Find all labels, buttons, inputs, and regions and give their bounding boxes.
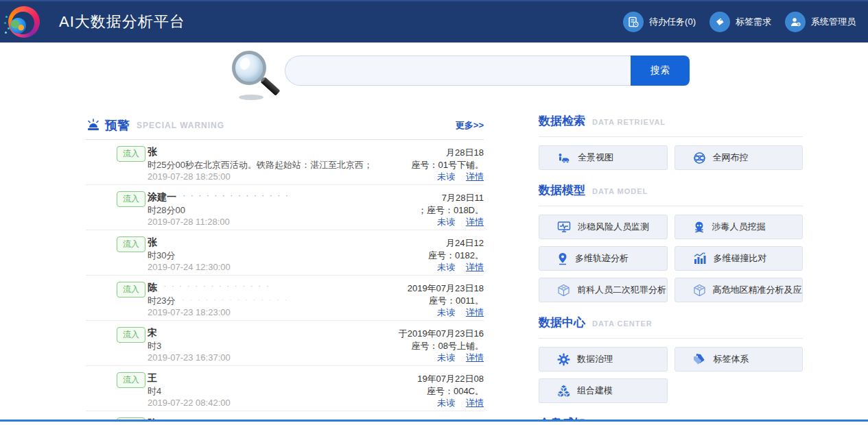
redacted-text (182, 296, 288, 303)
section-subtitle: DATA RETRIEVAL (592, 118, 666, 126)
section-title: 数据模型 (539, 182, 585, 198)
function-button[interactable]: 涉毒人员挖掘 (675, 215, 804, 239)
admin-icon (785, 12, 806, 32)
function-button[interactable]: 标签体系 (675, 347, 804, 372)
function-button-label: 涉稳风险人员监测 (578, 221, 649, 233)
redacted-text (164, 283, 270, 290)
todo-icon (623, 12, 644, 32)
nav-label: 标签需求 (736, 16, 771, 28)
function-button[interactable]: 全景视图 (539, 145, 668, 170)
function-section: 数据模型DATA MODEL涉稳风险人员监测涉毒人员挖掘多维轨迹分析多维碰撞比对… (539, 182, 803, 302)
bar-chart-icon (693, 252, 707, 265)
unread-label[interactable]: 未读 (437, 217, 455, 227)
warning-item[interactable]: 流入陈2019年07月23日18时23分座号：0011。2019-07-23 1… (86, 276, 484, 321)
function-button[interactable]: 数据治理 (539, 347, 668, 372)
gear-icon (557, 353, 570, 366)
warning-item[interactable]: 流入张月28日18时25分00秒在北京西活动。铁路起始站：湛江至北京西；座号：0… (86, 140, 484, 185)
person-name: 王 (148, 372, 157, 385)
warning-title: 预警 (105, 117, 130, 134)
unread-label[interactable]: 未读 (437, 352, 455, 363)
nav-item-tag[interactable]: 标签需求 (709, 12, 771, 32)
item-seat-info: 座号：01号下铺。 (412, 159, 484, 171)
monitor-pulse-icon (557, 221, 571, 233)
person-name: 陈 (148, 282, 270, 294)
detail-link[interactable]: 详情 (466, 352, 484, 363)
section-header: 数据检索DATA RETRIEVAL (539, 113, 803, 134)
bottom-margin (0, 422, 868, 425)
inflow-badge: 流入 (117, 372, 145, 388)
detail-link[interactable]: 详情 (466, 262, 484, 272)
detail-link[interactable]: 详情 (466, 307, 484, 317)
inflow-badge: 流入 (117, 236, 145, 252)
function-button[interactable]: 多维碰撞比对 (675, 246, 804, 271)
item-seat-info: 座号：004C。 (427, 385, 484, 398)
unread-label[interactable]: 未读 (437, 307, 455, 317)
warning-item[interactable]: 流入宋于2019年07月23日16时3座号：08号上铺。2019-07-23 1… (86, 321, 484, 366)
nav-label: 待办任务(0) (649, 16, 696, 28)
person-name: 宋 (148, 327, 157, 339)
search-box: 搜索 (285, 56, 690, 86)
unread-label[interactable]: 未读 (437, 262, 455, 272)
detail-link[interactable]: 详情 (466, 217, 484, 227)
item-timestamp: 2019-07-24 12:30:00 (148, 262, 231, 272)
function-button-label: 数据治理 (577, 353, 613, 365)
panorama-icon (557, 151, 571, 164)
skull-icon (693, 221, 705, 233)
function-button[interactable]: 全网布控 (675, 145, 804, 170)
function-section: 数据中心DATA CENTER数据治理标签体系组合建模 (539, 315, 803, 403)
item-description: 时30分 (148, 250, 175, 262)
warning-item[interactable]: 流入涂建一7月28日11时28分00；座号：018D。2019-07-28 11… (86, 185, 484, 230)
item-timestamp: 2019-07-23 16:37:00 (148, 352, 231, 363)
detail-link[interactable]: 详情 (466, 398, 484, 408)
item-seat-info: 座号：0182。 (428, 250, 484, 262)
tag-icon (709, 12, 730, 32)
nav-item-admin[interactable]: 系统管理员 (785, 12, 856, 32)
section-title: 数据检索 (539, 113, 585, 129)
person-name: 涂建一 (148, 191, 290, 204)
item-timestamp: 2019-07-28 18:25:00 (148, 171, 231, 182)
item-links: 未读详情 (437, 397, 484, 409)
item-links: 未读详情 (437, 352, 484, 364)
nav-label: 系统管理员 (811, 16, 856, 28)
search-input[interactable] (285, 56, 631, 86)
function-button[interactable]: 多维轨迹分析 (539, 246, 668, 271)
unread-label[interactable]: 未读 (437, 171, 455, 182)
function-button[interactable]: 涉稳风险人员监测 (539, 215, 668, 239)
item-date-fragment: 月28日18 (446, 147, 484, 159)
section-subtitle: DATA CENTER (592, 319, 653, 328)
more-link[interactable]: 更多>> (456, 119, 484, 132)
function-button-label: 全景视图 (578, 151, 613, 164)
item-date-fragment: 2019年07月23日18 (408, 282, 484, 295)
item-seat-info: 座号：0011。 (429, 295, 484, 307)
item-description: 时3 (148, 340, 161, 352)
function-section: 数据检索DATA RETRIEVAL全景视图全网布控 (539, 113, 803, 170)
person-name: 张 (148, 146, 157, 158)
section-title: 数据中心 (539, 315, 585, 330)
app-logo-icon (8, 6, 40, 38)
inflow-badge: 流入 (117, 327, 145, 343)
map-pin-icon (557, 252, 568, 265)
warning-list: 流入张月28日18时25分00秒在北京西活动。铁路起始站：湛江至北京西；座号：0… (86, 140, 484, 425)
magnifier-illustration-icon (228, 49, 284, 103)
item-timestamp: 2019-07-23 18:23:00 (148, 307, 231, 317)
item-timestamp: 2019-07-28 11:28:00 (148, 217, 230, 227)
search-button[interactable]: 搜索 (631, 56, 690, 86)
warning-item[interactable]: 流入张月24日12时30分座号：0182。2019-07-24 12:30:00… (86, 230, 484, 276)
divider (539, 136, 803, 137)
inflow-badge: 流入 (117, 146, 145, 162)
function-button[interactable]: 前科人员二次犯罪分析 (539, 278, 668, 302)
function-button[interactable]: 组合建模 (539, 378, 668, 403)
item-description: 时25分00秒在北京西活动。铁路起始站：湛江至北京西； (148, 159, 373, 171)
detail-link[interactable]: 详情 (466, 171, 484, 182)
function-button[interactable]: 高危地区精准分析及应用 (675, 278, 804, 302)
section-header: 数据模型DATA MODEL (539, 182, 803, 203)
function-button-label: 高危地区精准分析及应用 (713, 284, 804, 296)
function-button-label: 标签体系 (714, 353, 749, 365)
nav-item-todo[interactable]: 待办任务(0) (623, 12, 696, 32)
unread-label[interactable]: 未读 (437, 398, 455, 408)
warning-item[interactable]: 流入王19年07月22日08时4座号：004C。2019-07-22 08:42… (86, 366, 484, 411)
function-button-label: 全网布控 (713, 151, 749, 164)
globe-icon (693, 151, 706, 165)
function-button-label: 前科人员二次犯罪分析 (577, 284, 666, 296)
function-button-label: 涉毒人员挖掘 (712, 221, 766, 233)
